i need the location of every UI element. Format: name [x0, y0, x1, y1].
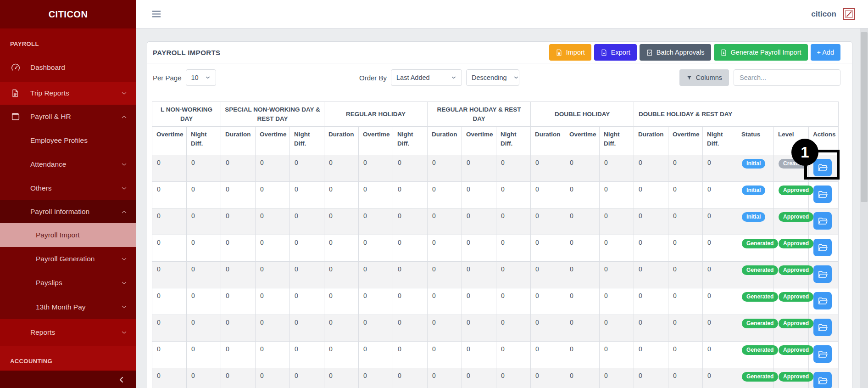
- status-cell: Generated: [737, 262, 774, 288]
- sidebar-collapse-button[interactable]: [0, 371, 136, 388]
- value-cell: 0: [152, 235, 187, 262]
- chevron-down-icon: [121, 304, 127, 310]
- search-input[interactable]: [734, 69, 840, 86]
- order-by-label: Order By: [359, 74, 387, 82]
- button-label: Generate Payroll Import: [731, 49, 801, 56]
- sidebar-item-payroll-generation[interactable]: Payroll Generation: [0, 247, 136, 271]
- sidebar-item-13th-month-pay[interactable]: 13th Month Pay: [0, 295, 136, 319]
- sidebar-item-trip-reports[interactable]: Trip Reports: [0, 82, 136, 105]
- level-cell: Approved: [774, 315, 809, 342]
- value-cell: 0: [462, 262, 496, 288]
- value-cell: 0: [668, 235, 703, 262]
- sidebar-item-others[interactable]: Others: [0, 176, 136, 200]
- folder-open-icon: [818, 270, 828, 279]
- value-cell: 0: [187, 155, 221, 182]
- value-cell: 0: [600, 235, 634, 262]
- level-badge: Approved: [779, 319, 813, 328]
- open-record-button[interactable]: [813, 319, 832, 336]
- scrollbar-thumb[interactable]: [861, 32, 868, 202]
- column-header: Overtime: [359, 127, 393, 155]
- folder-open-icon: [818, 350, 828, 359]
- value-cell: 0: [221, 182, 256, 208]
- level-badge: Approved: [779, 239, 813, 248]
- sidebar-item-label: Trip Reports: [30, 89, 69, 97]
- column-header: Overtime: [256, 127, 290, 155]
- value-cell: 0: [634, 368, 668, 388]
- value-cell: 0: [221, 315, 256, 342]
- sidebar-item-payroll-information[interactable]: Payroll Information: [0, 200, 136, 223]
- value-cell: 0: [496, 155, 531, 182]
- value-cell: 0: [324, 208, 359, 235]
- status-cell: Initial: [737, 155, 774, 182]
- open-record-button[interactable]: [813, 212, 832, 230]
- button-label: Import: [566, 49, 585, 56]
- sidebar-item-label: Others: [30, 184, 52, 192]
- chevron-down-icon: [513, 75, 519, 80]
- folder-open-icon: [818, 190, 828, 199]
- value-cell: 0: [496, 288, 531, 315]
- value-cell: 0: [393, 208, 428, 235]
- generate-payroll-import-button[interactable]: Generate Payroll Import: [714, 44, 808, 61]
- value-cell: 0: [703, 155, 737, 182]
- value-cell: 0: [462, 288, 496, 315]
- table-group-header-row: L NON-WORKING DAYSPECIAL NON-WORKING DAY…: [152, 102, 839, 127]
- group-header: DOUBLE HOLIDAY: [531, 102, 634, 127]
- batch-approvals-button[interactable]: Batch Approvals: [640, 44, 711, 61]
- sidebar-item-reports[interactable]: Reports: [0, 319, 136, 346]
- table-row: 00000000000000000GeneratedApproved: [152, 342, 839, 368]
- level-badge: Approved: [779, 292, 813, 302]
- vertical-scrollbar[interactable]: [860, 28, 868, 388]
- status-cell: Initial: [737, 182, 774, 208]
- columns-button[interactable]: Columns: [679, 69, 729, 86]
- clipboard-check-icon: [646, 49, 653, 56]
- value-cell: 0: [359, 182, 393, 208]
- column-header: Duration: [221, 127, 256, 155]
- section-label-accounting: ACCOUNTING: [0, 346, 136, 370]
- value-cell: 0: [256, 315, 290, 342]
- column-header: Status: [737, 127, 774, 155]
- order-by-select[interactable]: Last Added: [391, 69, 462, 86]
- column-header: Duration: [324, 127, 359, 155]
- open-record-button[interactable]: [813, 159, 832, 176]
- per-page-select[interactable]: 10: [186, 69, 216, 86]
- value-cell: 0: [462, 182, 496, 208]
- menu-toggle-button[interactable]: [152, 10, 161, 18]
- sidebar-item-attendance[interactable]: Attendance: [0, 152, 136, 176]
- sidebar-item-dashboard[interactable]: Dashboard: [0, 53, 136, 82]
- value-cell: 0: [703, 288, 737, 315]
- value-cell: 0: [324, 182, 359, 208]
- wallet-icon: [11, 112, 22, 122]
- add-button[interactable]: + Add: [811, 44, 841, 61]
- value-cell: 0: [634, 262, 668, 288]
- value-cell: 0: [324, 342, 359, 368]
- level-cell: Approved: [774, 262, 809, 288]
- value-cell: 0: [290, 235, 324, 262]
- open-record-button[interactable]: [813, 265, 832, 283]
- open-record-button[interactable]: [813, 345, 832, 363]
- export-button[interactable]: Export: [594, 44, 637, 61]
- sidebar-item-payroll-import[interactable]: Payroll Import: [0, 223, 136, 247]
- status-badge: Initial: [742, 159, 765, 169]
- button-label: + Add: [817, 49, 835, 56]
- value-cell: 0: [221, 368, 256, 388]
- import-button[interactable]: Import: [549, 44, 591, 61]
- open-record-button[interactable]: [813, 292, 832, 309]
- status-badge: Generated: [742, 292, 778, 302]
- table-row: 00000000000000000GeneratedApproved: [152, 368, 839, 388]
- open-record-button[interactable]: [813, 186, 832, 203]
- value-cell: 0: [290, 288, 324, 315]
- value-cell: 0: [634, 315, 668, 342]
- sidebar-item-payslips[interactable]: Payslips: [0, 271, 136, 295]
- value-cell: 0: [668, 288, 703, 315]
- sidebar-item-payroll-hr[interactable]: Payroll & HR: [0, 105, 136, 129]
- value-cell: 0: [462, 342, 496, 368]
- sidebar-item-employee-profiles[interactable]: Employee Profiles: [0, 129, 136, 152]
- folder-open-icon: [818, 297, 828, 305]
- value-cell: 0: [565, 208, 600, 235]
- open-record-button[interactable]: [813, 239, 832, 256]
- value-cell: 0: [531, 315, 565, 342]
- order-direction-select[interactable]: Descending: [466, 69, 519, 86]
- chevron-up-icon: [121, 114, 127, 120]
- open-record-button[interactable]: [813, 372, 832, 388]
- value-cell: 0: [634, 182, 668, 208]
